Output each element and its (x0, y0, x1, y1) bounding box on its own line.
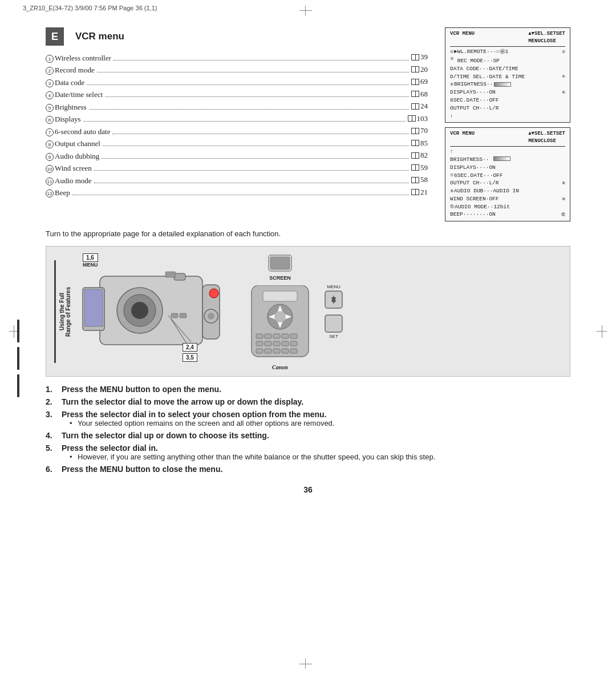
dotted-fill-3 (87, 84, 409, 85)
screen2-row-up: ↑ (450, 148, 565, 156)
camera-svg (77, 259, 237, 362)
screen2-num-9: ⑨ (450, 188, 453, 194)
item-number-6: 6 (46, 116, 54, 124)
book-icon-9 (411, 152, 419, 159)
screen2-arrow-10: ⑩ (562, 196, 565, 202)
page-num-9: 82 (420, 151, 428, 160)
svg-rect-26 (256, 334, 263, 338)
book-icon-8 (411, 140, 419, 146)
camera-diagram: Using the FullRange of Features 1,6 MENU (46, 246, 570, 377)
step-4-text: Turn the selector dial up or down to cho… (62, 431, 269, 440)
page-ref-6: 103 (408, 114, 428, 123)
screen2-row-br: BRIGHTNESS·· (450, 156, 565, 164)
crop-mark-bottom-h (299, 664, 312, 664)
page-ref-10: 59 (411, 163, 428, 172)
book-icon-11 (411, 177, 419, 183)
page-num-4: 68 (420, 90, 428, 99)
item-number-10: 10 (46, 165, 54, 173)
item-label-2: Record mode (55, 66, 95, 75)
screen2-text-br: BRIGHTNESS·· (450, 156, 489, 163)
page-num-6: 103 (417, 114, 428, 123)
svg-rect-28 (273, 334, 280, 338)
item-label-7: 6-second auto date (55, 127, 110, 136)
screen2-text-aud: AUDIO DUB···AUDIO IN (454, 187, 519, 195)
step-2-text: Turn the selector dial to move the arrow… (62, 397, 303, 406)
dotted-fill-5 (89, 109, 409, 110)
menu-item-4: 4 Date/time select 68 (46, 90, 428, 100)
page-header: 3_ZR10_E(34-72) 3/9/00 7:56 PM Page 36 (… (0, 0, 616, 16)
diagram-inner: 1,6 MENU (77, 252, 562, 370)
margin-bar-3 (17, 374, 19, 397)
screen1-text-br: BRIGHTNESS·· (454, 80, 493, 88)
svg-rect-31 (256, 341, 263, 346)
label-16-text: 1,6 (86, 255, 94, 261)
page-ref-11: 58 (411, 175, 428, 184)
vcr-screen-1: VCR MENU ▲▼SEL.SETSETMENUCLOSE ① ►WL.REM… (445, 27, 570, 123)
step-6: Press the MENU button to close the menu. (46, 465, 570, 474)
book-icon-1 (411, 54, 419, 60)
page-ref-1: 39 (411, 53, 428, 62)
svg-point-13 (208, 313, 214, 320)
screen1-row-1: ① ►WL.REMOTE···○㊙1 ② (450, 48, 565, 56)
page-num-3: 69 (420, 77, 428, 86)
label-35-text: 3,5 (186, 354, 194, 361)
page-num-2: 20 (420, 65, 428, 74)
dotted-fill-11 (94, 183, 409, 183)
dotted-fill-7 (112, 134, 409, 134)
item-number-4: 4 (46, 91, 54, 99)
item-number-8: 8 (46, 140, 54, 148)
screen1-text-dc: DATA CODE···DATE/TIME (450, 66, 518, 72)
menu-label-text: MENU (83, 262, 98, 268)
item-label-6: Displays (55, 115, 81, 124)
step-5: Press the selector dial in. However, if … (46, 443, 570, 461)
screen1-row-3: ③ REC MODE···SP (450, 56, 565, 65)
book-icon-2 (411, 66, 419, 72)
screen2-row-wind: WIND SCREEN·OFF ⑩ (450, 195, 565, 203)
menu-btn-svg (323, 289, 344, 310)
svg-rect-19 (263, 291, 297, 301)
screen1-num-1: ① (450, 49, 453, 55)
e-badge: E (46, 27, 64, 46)
page-ref-8: 85 (411, 139, 428, 148)
item-label-9: Audio dubbing (55, 152, 99, 161)
svg-rect-40 (290, 349, 297, 353)
menu-btn-label: MENU (327, 284, 341, 289)
item-number-11: 11 (46, 177, 54, 185)
screen2-num-7: ⑦ (450, 172, 453, 178)
screen1-text-dt: D/TIME SEL.·DATE & TIME (450, 73, 525, 81)
screen2-row-out: OUTPUT CH···L/R ⑧ (450, 179, 565, 187)
screen1-text-disp: DISPLAYS····ON (450, 88, 496, 96)
book-icon-4 (411, 91, 419, 97)
svg-rect-34 (282, 341, 289, 346)
sidebar-text: Using the FullRange of Features (59, 286, 71, 336)
remote-group: SCREEN (246, 252, 314, 370)
page-ref-9: 82 (411, 151, 428, 160)
crop-mark-top (305, 6, 306, 16)
screen2-text-out: OUTPUT CH···L/R (450, 179, 499, 187)
menu-item-6: 6 Displays 103 (46, 114, 428, 124)
screen1-row-dc: DATA CODE···DATE/TIME (450, 65, 565, 73)
step-5-sub: However, if you are setting anything oth… (62, 453, 570, 461)
screen1-row-br: ⑤ BRIGHTNESS·· (450, 80, 565, 88)
svg-rect-29 (282, 334, 289, 338)
dotted-fill-4 (105, 96, 409, 97)
screen1-num-5: ⑤ (450, 82, 453, 87)
svg-rect-44 (325, 315, 342, 332)
screen2-row-amode: ⑪ AUDIO MODE··12bit (450, 203, 565, 211)
item-number-1: 1 (46, 55, 54, 63)
screen1-body: ① ►WL.REMOTE···○㊙1 ② ③ REC MODE···SP DAT… (450, 48, 565, 120)
main-content: E VCR menu 1 Wireless controller 39 2 (0, 16, 616, 517)
screen1-text-6sec: 6SEC.DATE···OFF (450, 97, 499, 103)
svg-point-8 (209, 289, 218, 298)
label-24-text: 2,4 (186, 344, 194, 350)
menu-item-7: 7 6-second auto date 70 (46, 126, 428, 136)
camera-group: 1,6 MENU (77, 259, 237, 364)
screen2-row-disp: DISPLAYS····ON (450, 164, 565, 172)
screen2-num-11: ⑪ (450, 204, 454, 209)
menu-item-12: 12 Beep 21 (46, 188, 428, 198)
item-number-12: 12 (46, 189, 54, 197)
screen1-header-left: VCR MENU (450, 30, 475, 45)
instruction-text: Turn to the appropriate page for a detai… (46, 229, 570, 238)
screen1-header: VCR MENU ▲▼SEL.SETSETMENUCLOSE (450, 30, 565, 47)
item-label-4: Date/time select (55, 90, 103, 99)
